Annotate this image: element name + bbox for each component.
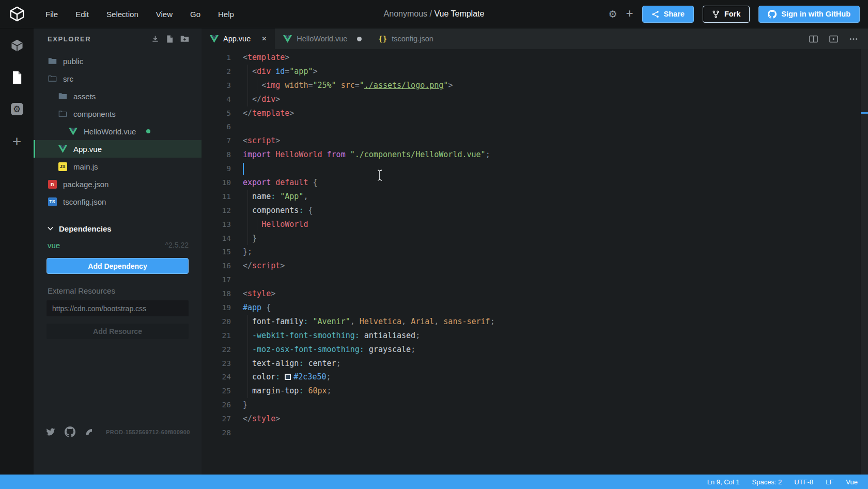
download-icon[interactable] [151, 35, 159, 43]
folder-open-icon [58, 110, 67, 117]
code-token: "App" [280, 192, 303, 201]
code-line-1[interactable]: 1<template> [202, 51, 868, 65]
code-line-21[interactable]: 21 -webkit-font-smoothing: antialiased; [202, 329, 868, 343]
code-line-13[interactable]: 13 HelloWorld [202, 218, 868, 232]
tab-app-vue[interactable]: App.vue✕ [202, 28, 275, 49]
code-token: </ [243, 109, 252, 118]
code-token: grayscale [369, 345, 411, 354]
github-signin-button[interactable]: Sign in with GitHub [758, 6, 860, 23]
code-line-19[interactable]: 19#app { [202, 301, 868, 315]
menu-go[interactable]: Go [190, 10, 200, 19]
open-preview-icon[interactable] [829, 35, 838, 43]
code-line-22[interactable]: 22 -moz-osx-font-smoothing: grayscale; [202, 343, 868, 357]
code-line-3[interactable]: 3 <img width="25%" src="./assets/logo.pn… [202, 79, 868, 93]
tree-item-main-js[interactable]: JSmain.js [34, 158, 202, 175]
status-utf-8[interactable]: UTF-8 [794, 478, 813, 486]
code-line-26[interactable]: 26} [202, 398, 868, 412]
code-line-23[interactable]: 23 text-align: center; [202, 357, 868, 371]
code-line-7[interactable]: 7<script> [202, 134, 868, 148]
code-token [243, 317, 252, 326]
cube-icon[interactable] [10, 39, 24, 52]
tree-item-tsconfig-json[interactable]: TStsconfig.json [34, 193, 202, 210]
build-id: PROD-1552569712-60f800900 [106, 429, 190, 435]
add-resource-button[interactable]: Add Resource [47, 324, 189, 339]
status-spaces-2[interactable]: Spaces: 2 [752, 478, 782, 486]
file-icon[interactable] [11, 71, 23, 84]
new-file-icon[interactable] [166, 35, 173, 43]
menu-edit[interactable]: Edit [75, 10, 89, 19]
code-token: components [252, 206, 299, 215]
tree-item-components[interactable]: components [34, 105, 202, 123]
preferences-gear-icon[interactable]: ⚙ [609, 9, 617, 19]
code-line-28[interactable]: 28 [202, 426, 868, 440]
codesandbox-logo-icon[interactable] [8, 5, 26, 23]
code-line-9[interactable]: 9 [202, 162, 868, 176]
menu-file[interactable]: File [45, 10, 58, 19]
more-icon[interactable] [849, 38, 858, 40]
new-folder-icon[interactable] [180, 35, 189, 43]
code-line-2[interactable]: 2 <div id="app"> [202, 65, 868, 79]
code-line-16[interactable]: 16</script> [202, 259, 868, 273]
tab-tsconfig-json[interactable]: {}tsconfig.json [370, 28, 441, 49]
code-line-17[interactable]: 17 [202, 273, 868, 287]
code-line-11[interactable]: 11 name: "App", [202, 190, 868, 204]
tree-item-src[interactable]: src [34, 70, 202, 87]
code-token [243, 206, 252, 215]
code-line-5[interactable]: 5</template> [202, 106, 868, 120]
code-line-4[interactable]: 4 </div> [202, 93, 868, 106]
code-line-14[interactable]: 14 } [202, 232, 868, 246]
menu-help[interactable]: Help [218, 10, 234, 19]
tree-item-label: assets [73, 92, 96, 101]
menu-selection[interactable]: Selection [106, 10, 138, 19]
code-line-20[interactable]: 20 font-family: "Avenir", Helvetica, Ari… [202, 315, 868, 329]
code-token: template [247, 53, 285, 62]
dependency-vue[interactable]: vue^2.5.22 [34, 237, 202, 253]
status-ln-9-col-1[interactable]: Ln 9, Col 1 [707, 478, 740, 486]
twitter-icon[interactable] [45, 427, 56, 436]
editor-scrollbar[interactable] [860, 49, 868, 475]
github-icon[interactable] [65, 426, 75, 437]
code-editor[interactable]: 1<template>2 <div id="app">3 <img width=… [202, 49, 868, 475]
new-sandbox-plus-icon[interactable]: + [626, 7, 633, 20]
dependencies-header[interactable]: Dependencies [34, 220, 202, 237]
status-vue[interactable]: Vue [846, 478, 858, 486]
code-line-24[interactable]: 24 color: #2c3e50; [202, 370, 868, 384]
gear-square-icon[interactable]: ⚙ [11, 103, 23, 115]
status-lf[interactable]: LF [826, 478, 833, 486]
project-name: Vue Template [434, 9, 484, 18]
code-line-25[interactable]: 25 margin-top: 60px; [202, 384, 868, 398]
code-line-12[interactable]: 12 components: { [202, 204, 868, 218]
tree-item-helloworld-vue[interactable]: HelloWorld.vue [34, 123, 202, 140]
line-number: 25 [202, 384, 231, 398]
code-token: ; [490, 317, 495, 326]
code-token: "app" [289, 67, 313, 76]
dependency-name: vue [48, 241, 60, 250]
code-token: name [252, 192, 271, 201]
fork-button[interactable]: Fork [703, 6, 750, 23]
code-token: , [434, 317, 439, 326]
add-dependency-button[interactable]: Add Dependency [47, 258, 189, 274]
tree-item-public[interactable]: public [34, 52, 202, 70]
code-line-6[interactable]: 6 [202, 120, 868, 134]
code-line-15[interactable]: 15}; [202, 245, 868, 259]
github-icon [768, 10, 777, 19]
code-line-10[interactable]: 10export default { [202, 176, 868, 190]
code-line-18[interactable]: 18<style> [202, 287, 868, 301]
plus-icon[interactable]: + [12, 134, 22, 149]
tree-item-package-json[interactable]: npackage.json [34, 175, 202, 193]
code-token [243, 331, 252, 340]
split-view-icon[interactable] [809, 35, 818, 43]
tree-item-app-vue[interactable]: App.vue [34, 140, 202, 158]
folder-open-icon [48, 75, 57, 82]
menu-view[interactable]: View [156, 10, 173, 19]
tab-helloworld-vue[interactable]: HelloWorld.vue [275, 28, 370, 49]
code-line-8[interactable]: 8import HelloWorld from "./components/He… [202, 148, 868, 162]
external-resource-input[interactable] [47, 300, 189, 316]
code-token [271, 150, 275, 159]
code-line-27[interactable]: 27</style> [202, 412, 868, 426]
close-icon[interactable]: ✕ [261, 35, 267, 42]
share-button[interactable]: Share [642, 6, 694, 23]
spectrum-icon[interactable] [84, 427, 94, 437]
tab-label: HelloWorld.vue [297, 35, 347, 43]
tree-item-assets[interactable]: assets [34, 87, 202, 105]
